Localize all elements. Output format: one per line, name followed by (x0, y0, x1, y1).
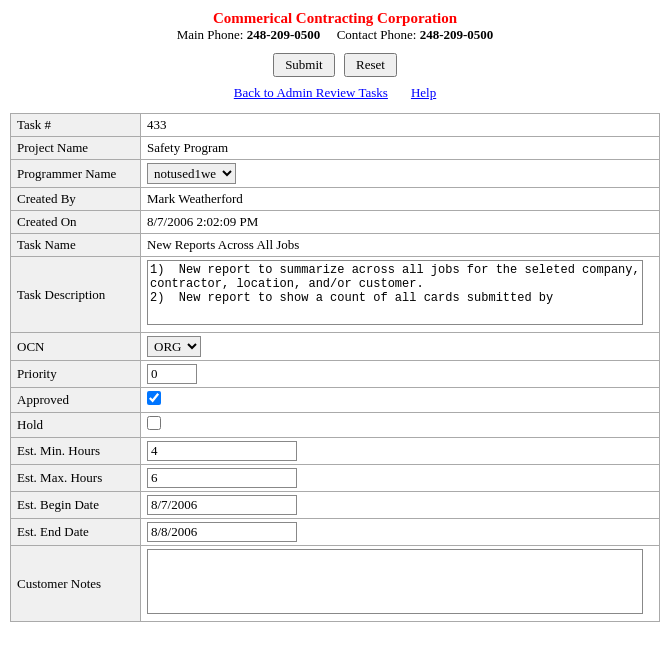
table-row: Priority (11, 361, 660, 388)
est-begin-date-cell (141, 492, 660, 519)
est-max-hours-label: Est. Max. Hours (11, 465, 141, 492)
company-name: Commerical Contracting Corporation (0, 10, 670, 27)
created-by-value: Mark Weatherford (141, 188, 660, 211)
est-min-hours-label: Est. Min. Hours (11, 438, 141, 465)
project-name-label: Project Name (11, 137, 141, 160)
table-row: Est. Begin Date (11, 492, 660, 519)
est-begin-date-input[interactable] (147, 495, 297, 515)
created-on-label: Created On (11, 211, 141, 234)
table-row: Task Description 1) New report to summar… (11, 257, 660, 333)
contact-phone: 248-209-0500 (420, 27, 494, 42)
approved-label: Approved (11, 388, 141, 413)
table-row: Created On 8/7/2006 2:02:09 PM (11, 211, 660, 234)
ocn-dropdown[interactable]: ORG (147, 336, 201, 357)
task-description-field[interactable]: 1) New report to summarize across all jo… (147, 260, 643, 325)
approved-cell (141, 388, 660, 413)
priority-label: Priority (11, 361, 141, 388)
table-row: Est. End Date (11, 519, 660, 546)
reset-button[interactable]: Reset (344, 53, 397, 77)
est-end-date-input[interactable] (147, 522, 297, 542)
task-number-value: 433 (141, 114, 660, 137)
hold-checkbox[interactable] (147, 416, 161, 430)
est-begin-date-label: Est. Begin Date (11, 492, 141, 519)
table-row: Approved (11, 388, 660, 413)
table-row: Customer Notes (11, 546, 660, 622)
form-table: Task # 433 Project Name Safety Program P… (10, 113, 660, 622)
ocn-label: OCN (11, 333, 141, 361)
priority-cell (141, 361, 660, 388)
table-row: Created By Mark Weatherford (11, 188, 660, 211)
est-end-date-label: Est. End Date (11, 519, 141, 546)
task-description-cell: 1) New report to summarize across all jo… (141, 257, 660, 333)
programmer-name-dropdown[interactable]: notused1we (147, 163, 236, 184)
hold-cell (141, 413, 660, 438)
action-bar: Submit Reset (0, 47, 670, 81)
task-name-label: Task Name (11, 234, 141, 257)
customer-notes-label: Customer Notes (11, 546, 141, 622)
est-end-date-cell (141, 519, 660, 546)
task-number-label: Task # (11, 114, 141, 137)
created-on-value: 8/7/2006 2:02:09 PM (141, 211, 660, 234)
contact-phone-label: Contact Phone: (337, 27, 417, 42)
table-row: Est. Min. Hours (11, 438, 660, 465)
task-name-value: New Reports Across All Jobs (141, 234, 660, 257)
table-row: Hold (11, 413, 660, 438)
priority-input[interactable] (147, 364, 197, 384)
created-by-label: Created By (11, 188, 141, 211)
help-link[interactable]: Help (411, 85, 436, 100)
task-description-label: Task Description (11, 257, 141, 333)
nav-links: Back to Admin Review Tasks Help (0, 81, 670, 109)
programmer-name-label: Programmer Name (11, 160, 141, 188)
table-row: OCN ORG (11, 333, 660, 361)
est-min-hours-cell (141, 438, 660, 465)
table-row: Task # 433 (11, 114, 660, 137)
table-row: Programmer Name notused1we (11, 160, 660, 188)
est-min-hours-input[interactable] (147, 441, 297, 461)
main-phone-label: Main Phone: (177, 27, 244, 42)
phone-line: Main Phone: 248-209-0500 Contact Phone: … (0, 27, 670, 43)
back-to-review-tasks-link[interactable]: Back to Admin Review Tasks (234, 85, 388, 100)
hold-label: Hold (11, 413, 141, 438)
table-row: Est. Max. Hours (11, 465, 660, 492)
main-phone: 248-209-0500 (247, 27, 321, 42)
table-row: Project Name Safety Program (11, 137, 660, 160)
approved-checkbox[interactable] (147, 391, 161, 405)
page-header: Commerical Contracting Corporation Main … (0, 0, 670, 47)
est-max-hours-input[interactable] (147, 468, 297, 488)
table-row: Task Name New Reports Across All Jobs (11, 234, 660, 257)
programmer-name-cell: notused1we (141, 160, 660, 188)
project-name-value: Safety Program (141, 137, 660, 160)
est-max-hours-cell (141, 465, 660, 492)
ocn-cell: ORG (141, 333, 660, 361)
submit-button[interactable]: Submit (273, 53, 335, 77)
customer-notes-cell (141, 546, 660, 622)
customer-notes-field[interactable] (147, 549, 643, 614)
